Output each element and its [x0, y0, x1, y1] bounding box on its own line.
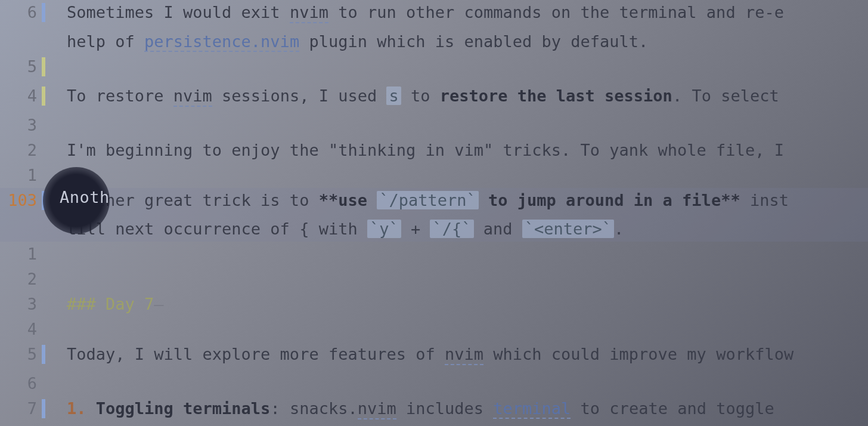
editor-line[interactable]: 3: [0, 113, 868, 138]
text-hl-key: `<enter>`: [522, 220, 614, 238]
editor-line[interactable]: 1: [0, 163, 868, 188]
text: To restore: [67, 87, 173, 105]
git-marker: [42, 54, 49, 84]
text-hl-key: `y`: [367, 220, 401, 238]
editor-line[interactable]: help of persistence.nvim plugin which is…: [0, 29, 868, 54]
text-link[interactable]: terminal: [493, 399, 571, 419]
line-number: 2: [0, 138, 42, 163]
text-num-list: 1.: [67, 399, 96, 418]
line-number: 4: [0, 317, 42, 342]
text: sessions, I used: [212, 87, 387, 105]
text-hl-key: `/{`: [430, 220, 473, 238]
git-marker: [42, 188, 49, 217]
line-number: 6: [0, 0, 42, 25]
line-number: 7: [0, 396, 42, 421]
text: Today, I will explore more features of: [67, 345, 445, 363]
text: to: [401, 87, 440, 105]
editor-line[interactable]: 71. Toggling terminals: snacks.nvim incl…: [0, 396, 868, 425]
text-bold: restore the last session: [440, 87, 672, 105]
git-marker: [42, 84, 49, 113]
editor-line[interactable]: 3### Day 7—: [0, 292, 868, 317]
editor-line[interactable]: 4To restore nvim sessions, I used s to r…: [0, 84, 868, 113]
text: inst: [740, 191, 789, 209]
editor-line[interactable]: 5Today, I will explore more features of …: [0, 342, 868, 371]
line-number: 1: [0, 163, 42, 188]
line-number: 4: [0, 84, 42, 109]
editor-line[interactable]: 6Sometimes I would exit nvim to run othe…: [0, 0, 868, 29]
line-content[interactable]: till next occurrence of { with `y` + `/{…: [67, 217, 868, 242]
line-content[interactable]: ### Day 7—: [67, 292, 868, 317]
text-bold: Toggling terminals: [96, 399, 271, 418]
editor-line[interactable]: 6: [0, 371, 868, 396]
text-underline-dash: nvim: [445, 345, 483, 365]
editor-line-current[interactable]: 103Another great trick is to **use `/pat…: [0, 188, 868, 217]
line-number: 6: [0, 371, 42, 396]
text-hl-key: `/pattern`: [377, 191, 479, 209]
text: Sometimes I would exit: [67, 3, 290, 21]
editor-line[interactable]: 1: [0, 242, 868, 267]
line-content[interactable]: To restore nvim sessions, I used s to re…: [67, 84, 868, 109]
text: till next occurrence of { with: [67, 220, 367, 238]
editor-line[interactable]: 2: [0, 267, 868, 292]
editor-line[interactable]: 5: [0, 54, 868, 84]
git-marker: [42, 396, 49, 425]
text-hl-key: s: [386, 87, 401, 105]
line-number: 5: [0, 342, 42, 367]
line-content[interactable]: Another great trick is to **use `/patter…: [67, 188, 868, 213]
text-bold: **use: [319, 191, 377, 209]
line-number: 2: [0, 267, 42, 292]
line-content[interactable]: I'm beginning to enjoy the "thinking in …: [67, 138, 868, 163]
text: help of: [67, 32, 144, 51]
line-content[interactable]: 1. Toggling terminals: snacks.nvim inclu…: [67, 396, 868, 421]
text: includes: [396, 399, 494, 418]
line-number: 1: [0, 242, 42, 267]
text: to run other commands on the terminal an…: [328, 3, 784, 21]
text: I'm beginning to enjoy the "thinking in …: [67, 141, 784, 159]
text: : snacks.: [270, 399, 357, 418]
text: and: [474, 220, 522, 238]
text: Another great trick is to: [67, 191, 319, 209]
text: to create and toggle: [571, 399, 784, 418]
line-number: 3: [0, 113, 42, 138]
line-content[interactable]: Today, I will explore more features of n…: [67, 342, 868, 367]
text-underline-dash: nvim: [358, 399, 396, 419]
text-link[interactable]: persistence.nvim: [144, 32, 299, 52]
git-marker: [42, 342, 49, 371]
editor-line[interactable]: 2I'm beginning to enjoy the "thinking in…: [0, 138, 868, 163]
text-underline-dash: nvim: [290, 3, 328, 23]
line-number: 103: [0, 188, 42, 213]
line-content[interactable]: help of persistence.nvim plugin which is…: [67, 29, 868, 54]
text: which could improve my workflow: [483, 345, 793, 363]
editor-viewport[interactable]: 6Sometimes I would exit nvim to run othe…: [0, 0, 868, 426]
text: plugin which is enabled by default.: [299, 32, 648, 51]
text-underline-dash: nvim: [173, 87, 212, 107]
git-marker: [42, 0, 49, 29]
text-heading: ### Day 7: [67, 295, 154, 313]
text-bold: to jump around in a file**: [479, 191, 740, 209]
line-content[interactable]: Sometimes I would exit nvim to run other…: [67, 0, 868, 25]
text: . To select: [672, 87, 789, 105]
line-number: 5: [0, 54, 42, 79]
line-number: 3: [0, 292, 42, 317]
text: +: [401, 220, 430, 238]
editor-line[interactable]: 4: [0, 317, 868, 342]
text-trail: —: [154, 295, 163, 313]
editor-line-current[interactable]: till next occurrence of { with `y` + `/{…: [0, 217, 868, 242]
text: .: [614, 220, 624, 238]
